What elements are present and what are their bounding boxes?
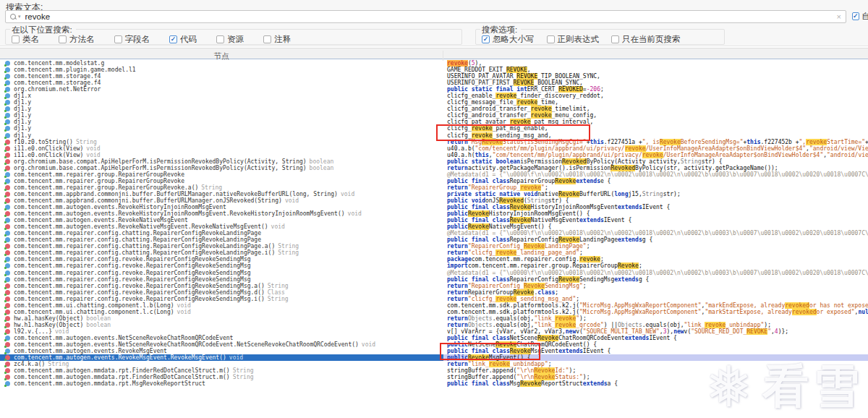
- result-row[interactable]: com.tencent.mm.repairer.config.revoke.Re…: [0, 283, 868, 289]
- result-row[interactable]: com.tencent.mm.ui.chatting.component.l.b…: [0, 302, 868, 309]
- code-preview[interactable]: public static boolean isPermissionRevoke…: [443, 158, 868, 165]
- code-preview[interactable]: clicfg_android_transfer_revoke_menu_conf…: [443, 112, 868, 119]
- node-cell[interactable]: zc4.k.a()String: [0, 361, 443, 367]
- result-row[interactable]: com.tencent.mm.storage.f4USERINFO_PAT_FI…: [0, 80, 868, 86]
- code-preview[interactable]: public final class RevokeHistoryInjoinRo…: [443, 204, 868, 210]
- result-row[interactable]: dj1.yclicfg_revoke_pat_msg_enable,: [0, 125, 868, 132]
- code-preview[interactable]: com.tencent.mm.sdk.platformtools.k2.j("M…: [443, 302, 868, 309]
- node-cell[interactable]: com.tencent.mm.autogen.mmdata.rpt.Finder…: [0, 367, 443, 374]
- node-cell[interactable]: hw.h1.hasKey(Object)boolean: [0, 322, 443, 328]
- code-preview[interactable]: u40.a.b("com/tencent/mm/plugin/appbrand/…: [443, 145, 868, 152]
- node-cell[interactable]: dj1.y: [0, 132, 443, 139]
- result-row[interactable]: com.tencent.mm.ui.chatting.component.l.c…: [0, 309, 868, 315]
- node-cell[interactable]: org.chromium.base.compat.ApiHelperForM.i…: [0, 158, 443, 165]
- result-row[interactable]: i11.e0.onClick(View)voidu40.a.h(this, "c…: [0, 152, 868, 158]
- scope-checkbox[interactable]: 类名: [12, 34, 39, 45]
- node-cell[interactable]: com.tencent.mm.repairer.config.revoke.Re…: [0, 276, 443, 283]
- code-preview[interactable]: public RevokeHistoryInjoinRoomMsgEvent()…: [443, 210, 868, 217]
- result-row[interactable]: org.chromium.base.compat.ApiHelperForM.i…: [0, 158, 868, 165]
- code-preview[interactable]: public NetSceneRevokeChatRoomQRCodeEvent…: [443, 341, 868, 348]
- result-row[interactable]: hw.h1.hasKey(Object)booleanreturn Object…: [0, 322, 868, 328]
- code-preview[interactable]: stringBuffer.append("\r\nRevokeId:");: [443, 367, 868, 374]
- option-checkbox[interactable]: 正则表达式: [547, 34, 600, 45]
- result-row[interactable]: dj1.yclicfg_pat_avatar_revoke_pat_msg_in…: [0, 119, 868, 125]
- node-cell[interactable]: com.tencent.mm.autogen.mmdata.rpt.MsgRev…: [0, 380, 443, 387]
- scope-checkbox-box[interactable]: [12, 35, 20, 43]
- scope-checkbox-box[interactable]: [216, 35, 224, 43]
- result-row[interactable]: com.tencent.mm.repairer.config.chatting.…: [0, 243, 868, 249]
- scope-checkbox[interactable]: 方法名: [59, 34, 95, 45]
- node-cell[interactable]: com.tencent.mm.autogen.events.NetSceneRe…: [0, 341, 443, 348]
- code-preview[interactable]: clicfg_revoke_pat_msg_enable,: [443, 125, 868, 132]
- result-row[interactable]: f10.z0.toString()Stringreturn "MsgRevoke…: [0, 139, 868, 145]
- code-preview[interactable]: return "MsgRevokeStatus(isSendingMsgCgi=…: [443, 139, 868, 145]
- node-cell[interactable]: com.tencent.mm.repairer.config.chatting.…: [0, 243, 443, 249]
- search-input[interactable]: [25, 12, 833, 21]
- result-row[interactable]: com.tencent.mm.storage.f4USERINFO_PAT_AV…: [0, 73, 868, 80]
- result-row-selected[interactable]: com.tencent.mm.autogen.events.RevokeMsgE…: [0, 354, 868, 361]
- result-row[interactable]: com.tencent.mm.repairer.config.revoke.Re…: [0, 256, 868, 263]
- option-checkbox[interactable]: ✓忽略大小写: [482, 34, 535, 45]
- result-row[interactable]: com.tencent.mm.autogen.events.RevokeHist…: [0, 204, 868, 210]
- code-preview[interactable]: @Metadata(d1 = {"\u0000\f\n\u0002\u0018\…: [443, 171, 868, 178]
- result-row[interactable]: dj1.yclicfg_android_transfer_revoke_time…: [0, 106, 868, 112]
- node-cell[interactable]: com.tencent.mm.repairer.config.revoke.Re…: [0, 263, 443, 269]
- node-cell[interactable]: i11.e0.onClick(View)void: [0, 145, 443, 152]
- code-preview[interactable]: return Objects.equals(obj, "link_revoke"…: [443, 315, 868, 322]
- node-cell[interactable]: dj1.y: [0, 106, 443, 112]
- node-cell[interactable]: com.tencent.mm.repairer.config.chatting.…: [0, 249, 443, 256]
- node-cell[interactable]: dj1.y: [0, 112, 443, 119]
- result-row[interactable]: dj1.xclicfg_enable_revoke_finder_discove…: [0, 93, 868, 99]
- code-preview[interactable]: clicfg_pat_avatar_revoke_pat_msg_interva…: [443, 119, 868, 125]
- node-cell[interactable]: dj1.y: [0, 125, 443, 132]
- auto-search-checkbox-box[interactable]: ✓: [852, 12, 859, 20]
- node-cell[interactable]: com.tencent.mm.autogen.events.RevokeHist…: [0, 210, 443, 217]
- node-cell[interactable]: com.tencent.mm.repairer.config.revoke.Re…: [0, 270, 443, 276]
- code-preview[interactable]: public void onJSRevoked(String str) {: [443, 197, 868, 204]
- scope-checkbox-box[interactable]: [59, 35, 67, 43]
- node-cell[interactable]: com.tencent.mm.plugin.game.model.l1: [0, 67, 443, 73]
- node-cell[interactable]: com.tencent.mm.autogen.events.RevokeNati…: [0, 217, 443, 223]
- scope-checkbox[interactable]: 资源: [216, 34, 244, 45]
- result-row[interactable]: com.tencent.mm.appbrand.commonjni.buffer…: [0, 197, 868, 204]
- result-row[interactable]: com.tencent.mm.repairer.group.RepairerGr…: [0, 178, 868, 184]
- code-preview[interactable]: v[] vVarArr = {vVar, vVar2, vVar3, new v…: [443, 328, 868, 335]
- code-preview[interactable]: return Objects.equals(obj, "link_revoke_…: [443, 322, 868, 328]
- node-cell[interactable]: hw.a1.hasKey(Object)boolean: [0, 315, 443, 322]
- code-preview[interactable]: package com.tencent.mm.repairer.config.r…: [443, 256, 868, 263]
- code-preview[interactable]: public final class RevokeMsgEvent extend…: [443, 348, 868, 354]
- result-row[interactable]: com.tencent.mm.autogen.events.RevokeMsgE…: [0, 348, 868, 354]
- code-preview[interactable]: public final class RepairerConfigRevokeL…: [443, 236, 868, 243]
- option-checkbox-box[interactable]: [547, 35, 555, 43]
- node-cell[interactable]: com.tencent.mm.autogen.events.NetSceneRe…: [0, 335, 443, 341]
- node-cell[interactable]: com.tencent.mm.modelstat.g: [0, 60, 443, 67]
- scope-checkbox[interactable]: 注释: [263, 34, 291, 45]
- code-preview[interactable]: USERINFO_PAT_FIRST_REVOKE_BOOLEAN_SYNC,: [443, 80, 868, 86]
- node-cell[interactable]: dj1.x: [0, 93, 443, 99]
- node-cell[interactable]: com.tencent.mm.repairer.group.RepairerGr…: [0, 178, 443, 184]
- code-preview[interactable]: u40.a.h(this, "com/tencent/mm/plugin/app…: [443, 152, 868, 158]
- result-row[interactable]: org.chromium.base.compat.ApiHelperForM.i…: [0, 165, 868, 171]
- node-cell[interactable]: com.tencent.mm.autogen.events.RevokeNati…: [0, 223, 443, 230]
- scope-checkbox-box[interactable]: ✓: [169, 35, 177, 43]
- code-preview[interactable]: @Metadata(d1 = {"\u0000\f\n\u0002\u0018\…: [443, 230, 868, 236]
- code-preview[interactable]: return activity.getPackageManager().isPe…: [443, 165, 868, 171]
- code-preview[interactable]: private static native void nativeRevokeB…: [443, 191, 868, 197]
- result-row[interactable]: com.tencent.mm.autogen.events.RevokeHist…: [0, 210, 868, 217]
- result-row[interactable]: com.tencent.mm.repairer.config.revoke.Re…: [0, 296, 868, 302]
- node-cell[interactable]: org.chromium.base.compat.ApiHelperForM.i…: [0, 165, 443, 171]
- node-cell[interactable]: i11.e0.onClick(View)void: [0, 152, 443, 158]
- clear-search-icon[interactable]: ×: [837, 12, 841, 21]
- node-cell[interactable]: com.tencent.mm.repairer.group.RepairerGr…: [0, 171, 443, 178]
- node-cell[interactable]: com.tencent.mm.repairer.config.revoke.Re…: [0, 289, 443, 296]
- result-row[interactable]: com.tencent.mm.autogen.mmdata.rpt.Finder…: [0, 374, 868, 380]
- node-cell[interactable]: com.tencent.mm.autogen.events.RevokeMsgE…: [0, 348, 443, 354]
- result-row[interactable]: l92.v.{...}voidv[] vVarArr = {vVar, vVar…: [0, 328, 868, 335]
- scope-checkbox[interactable]: ✓代码: [169, 34, 197, 45]
- code-preview[interactable]: public final class RevokeNativeMsgEvent …: [443, 217, 868, 223]
- scope-checkbox-box[interactable]: [114, 35, 122, 43]
- node-cell[interactable]: com.tencent.mm.repairer.group.RepairerGr…: [0, 184, 443, 191]
- option-checkbox-box[interactable]: ✓: [482, 35, 490, 43]
- node-cell[interactable]: org.chromium.net.NetError: [0, 86, 443, 93]
- option-checkbox-box[interactable]: [611, 35, 619, 43]
